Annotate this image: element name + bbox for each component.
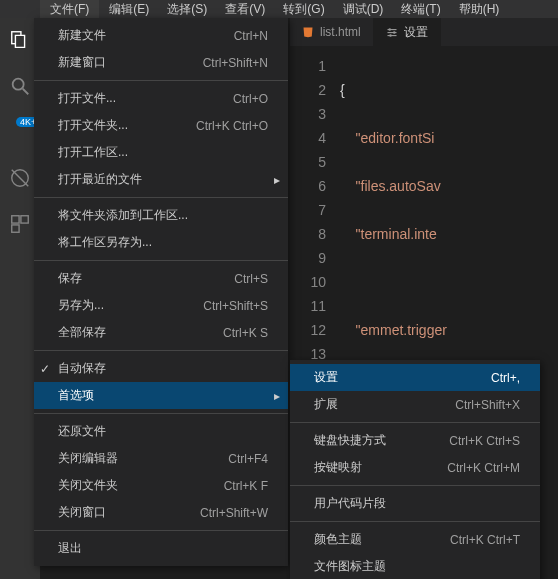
svg-rect-8 <box>21 216 28 223</box>
menu-save-workspace-as[interactable]: 将工作区另存为... <box>34 229 288 256</box>
menu-save[interactable]: 保存Ctrl+S <box>34 265 288 292</box>
svg-line-2 <box>23 89 29 95</box>
svg-point-14 <box>393 31 396 34</box>
menu-open-file[interactable]: 打开文件...Ctrl+O <box>34 85 288 112</box>
search-icon[interactable] <box>8 74 32 98</box>
menu-preferences[interactable]: 首选项▸ <box>34 382 288 409</box>
menu-separator <box>290 521 540 522</box>
tab-label: 设置 <box>404 24 428 41</box>
debug-icon[interactable] <box>8 166 32 190</box>
tab-settings[interactable]: 设置 <box>374 18 441 46</box>
menu-save-as[interactable]: 另存为...Ctrl+Shift+S <box>34 292 288 319</box>
chevron-right-icon: ▸ <box>274 173 280 187</box>
check-icon: ✓ <box>40 362 50 376</box>
svg-rect-7 <box>12 216 19 223</box>
chevron-right-icon: ▸ <box>274 389 280 403</box>
menu-separator <box>34 80 288 81</box>
menu-revert-file[interactable]: 还原文件 <box>34 418 288 445</box>
menu-open-folder[interactable]: 打开文件夹...Ctrl+K Ctrl+O <box>34 112 288 139</box>
source-control-icon[interactable]: 4K+ <box>8 120 32 144</box>
submenu-extensions[interactable]: 扩展Ctrl+Shift+X <box>290 391 540 418</box>
menu-separator <box>290 485 540 486</box>
submenu-icon-theme[interactable]: 文件图标主题 <box>290 553 540 579</box>
svg-rect-12 <box>387 35 396 36</box>
tab-list-html[interactable]: list.html <box>290 18 374 46</box>
svg-point-1 <box>13 79 24 90</box>
menu-separator <box>34 350 288 351</box>
menu-save-all[interactable]: 全部保存Ctrl+K S <box>34 319 288 346</box>
submenu-color-theme[interactable]: 颜色主题Ctrl+K Ctrl+T <box>290 526 540 553</box>
menu-separator <box>290 422 540 423</box>
menu-separator <box>34 530 288 531</box>
tab-bar: list.html 设置 <box>290 18 558 46</box>
menu-open-workspace[interactable]: 打开工作区... <box>34 139 288 166</box>
menu-new-file[interactable]: 新建文件Ctrl+N <box>34 22 288 49</box>
menu-new-window[interactable]: 新建窗口Ctrl+Shift+N <box>34 49 288 76</box>
svg-point-15 <box>389 34 392 37</box>
submenu-keymaps[interactable]: 按键映射Ctrl+K Ctrl+M <box>290 454 540 481</box>
menu-close-editor[interactable]: 关闭编辑器Ctrl+F4 <box>34 445 288 472</box>
menu-add-folder-workspace[interactable]: 将文件夹添加到工作区... <box>34 202 288 229</box>
files-icon[interactable] <box>8 28 32 52</box>
preferences-submenu: 设置Ctrl+, 扩展Ctrl+Shift+X 键盘快捷方式Ctrl+K Ctr… <box>290 360 540 579</box>
submenu-keyboard-shortcuts[interactable]: 键盘快捷方式Ctrl+K Ctrl+S <box>290 427 540 454</box>
menu-separator <box>34 197 288 198</box>
extensions-icon[interactable] <box>8 212 32 236</box>
menu-exit[interactable]: 退出 <box>34 535 288 562</box>
submenu-settings[interactable]: 设置Ctrl+, <box>290 364 540 391</box>
menu-auto-save[interactable]: ✓自动保存 <box>34 355 288 382</box>
menu-close-window[interactable]: 关闭窗口Ctrl+Shift+W <box>34 499 288 526</box>
file-menu: 新建文件Ctrl+N 新建窗口Ctrl+Shift+N 打开文件...Ctrl+… <box>34 18 288 566</box>
submenu-user-snippets[interactable]: 用户代码片段 <box>290 490 540 517</box>
svg-point-13 <box>388 28 391 31</box>
menu-open-recent[interactable]: 打开最近的文件▸ <box>34 166 288 193</box>
tab-label: list.html <box>320 25 361 39</box>
menu-close-folder[interactable]: 关闭文件夹Ctrl+K F <box>34 472 288 499</box>
svg-rect-9 <box>12 225 19 232</box>
menu-separator <box>34 413 288 414</box>
menu-separator <box>34 260 288 261</box>
menu-bar: 文件(F) 编辑(E) 选择(S) 查看(V) 转到(G) 调试(D) 终端(T… <box>0 0 558 18</box>
